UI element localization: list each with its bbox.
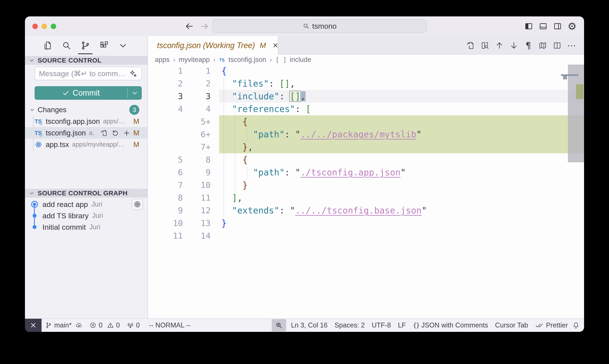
encoding-indicator[interactable]: UTF-8 [368, 319, 394, 332]
forward-icon[interactable] [200, 22, 209, 31]
indentation-indicator[interactable]: Spaces: 2 [331, 319, 368, 332]
zoom-indicator[interactable] [272, 319, 286, 331]
arrow-up-icon [495, 41, 504, 50]
changes-file-row[interactable]: tsconfig.jsona…M [25, 127, 147, 139]
eol-indicator[interactable]: LF [394, 319, 409, 332]
activity-more-button[interactable] [118, 40, 128, 51]
changes-group-header[interactable]: Changes 3 [25, 105, 147, 115]
code-line[interactable]: 44 "references": [ [148, 103, 584, 115]
changes-file-row[interactable]: tsconfig.app.jsonapps/m…M [25, 116, 147, 127]
code-token: "include" [232, 91, 279, 101]
open-file-icon[interactable] [100, 129, 108, 137]
editor-toolbar: ¶ ⋯ [466, 36, 576, 55]
code-lines: 11{22 "files": [],33 "include": [],44 "r… [148, 65, 584, 242]
braces-icon: {} [413, 322, 419, 329]
code-token: "path" [253, 167, 285, 177]
diff-editor[interactable]: 11{22 "files": [],33 "include": [],44 "r… [148, 65, 584, 318]
magnifier-plus-icon [275, 321, 283, 329]
discard-changes-icon[interactable] [112, 129, 119, 137]
formatter-indicator[interactable]: Prettier [531, 319, 571, 332]
code-line[interactable]: 811 ], [148, 191, 584, 204]
chevron-down-icon [29, 107, 35, 113]
commit-button[interactable]: Commit [35, 86, 142, 100]
editor-scrollbar[interactable] [568, 65, 584, 318]
cloud-upload-icon[interactable] [76, 322, 82, 329]
commit-button-main[interactable]: Commit [35, 88, 127, 98]
stage-changes-icon[interactable] [123, 129, 130, 137]
close-tab-icon[interactable]: ✕ [272, 41, 278, 50]
toggle-secondary-sidebar-button[interactable] [553, 21, 563, 31]
remote-indicator[interactable] [25, 319, 41, 332]
code-token: " [401, 167, 406, 177]
next-change-button[interactable] [509, 41, 518, 50]
notifications-bell-icon[interactable] [572, 322, 580, 329]
open-changes-button[interactable] [466, 41, 475, 50]
source-control-section-header[interactable]: SOURCE CONTROL [25, 56, 147, 65]
cursor-position-indicator[interactable]: Ln 3, Col 16 [287, 319, 331, 332]
activity-explorer-button[interactable] [42, 40, 53, 51]
overview-added-lines-marker [576, 84, 583, 99]
toggle-whitespace-button[interactable]: ¶ [524, 41, 533, 50]
sparkle-ai-icon[interactable] [129, 69, 137, 78]
back-icon[interactable] [185, 22, 194, 31]
activity-source-control-button[interactable] [80, 40, 91, 51]
status-bar: main* 0 0 0 -- NORMAL -- Ln 3, Col 16 Sp… [25, 318, 584, 332]
code-line[interactable]: 1013} [148, 217, 584, 230]
breadcrumb-item-apps[interactable]: apps [155, 56, 169, 64]
tab-tsconfig-working-tree[interactable]: tsconfig.json (Working Tree) M ✕ [148, 36, 278, 55]
breadcrumb-item-myviteapp[interactable]: myviteapp [179, 56, 209, 64]
gutter-modified-line-number: 4 [183, 103, 211, 115]
code-token [221, 91, 232, 101]
tab-mode-indicator[interactable]: Cursor Tab [492, 319, 531, 332]
code-line[interactable]: 69 "path": "./tsconfig.app.json" [148, 166, 584, 179]
activity-search-button[interactable] [61, 40, 72, 51]
minimize-window-button[interactable] [41, 24, 47, 29]
code-line[interactable]: 7+ }, [148, 141, 584, 153]
previous-change-button[interactable] [495, 41, 504, 50]
toggle-primary-sidebar-button[interactable] [524, 21, 534, 31]
commit-dot-icon [30, 211, 39, 220]
graph-commit-row[interactable]: add TS libraryJuri [25, 210, 147, 221]
commit-dropdown-button[interactable] [128, 89, 142, 97]
chevron-down-icon [29, 190, 35, 196]
code-token: "files" [232, 78, 269, 89]
scrollbar-slider[interactable] [568, 65, 584, 162]
code-line[interactable]: 33 "include": [], [148, 90, 584, 103]
settings-gear-icon[interactable]: ⚙ [567, 21, 577, 31]
changes-file-row[interactable]: app.tsxapps/myviteapp/sr…M [25, 139, 147, 150]
more-actions-button[interactable]: ⋯ [567, 41, 576, 50]
tab-modified-badge: M [260, 41, 266, 50]
code-line[interactable]: 6+ "path": "../../packages/mytslib" [148, 128, 584, 141]
code-line[interactable]: 58 { [148, 153, 584, 166]
branch-indicator[interactable]: main* [41, 319, 86, 332]
activity-extensions-button[interactable] [99, 40, 109, 51]
code-line[interactable]: 912 "extends": "../../tsconfig.base.json… [148, 204, 584, 217]
code-line[interactable]: 5+ { [148, 115, 584, 128]
maximize-window-button[interactable] [51, 24, 56, 29]
gutter-modified-line-number: 5+ [183, 115, 211, 128]
commit-message-input[interactable]: Message (⌘↵ to comm… [35, 67, 142, 80]
code-line[interactable]: 22 "files": [], [148, 77, 584, 90]
source-control-graph-header[interactable]: SOURCE CONTROL GRAPH [25, 189, 147, 197]
close-window-button[interactable] [32, 24, 38, 29]
command-center-search[interactable]: tsmono [212, 19, 427, 33]
inline-view-button[interactable] [480, 41, 490, 50]
graph-commit-row[interactable]: Initial commitJuri [25, 221, 147, 233]
ports-indicator[interactable]: 0 [123, 319, 143, 332]
toggle-panel-button[interactable] [538, 21, 548, 31]
split-editor-button[interactable] [553, 41, 562, 50]
gutter-original-line-number: 2 [148, 77, 183, 90]
graph-commit-row[interactable]: add react appJuri [25, 199, 147, 210]
language-mode-indicator[interactable]: {} JSON with Comments [409, 319, 492, 332]
checkout-commit-button[interactable] [132, 199, 143, 210]
code-line[interactable]: 1114 [148, 230, 584, 242]
code-token: ../../packages/mytslib [300, 129, 416, 139]
gutter-modified-line-number: 13 [183, 217, 211, 230]
breadcrumb-item-include[interactable]: include [290, 56, 311, 64]
code-line[interactable]: 11{ [148, 65, 584, 77]
minimap-button[interactable] [538, 41, 547, 50]
breadcrumb-item-tsconfig[interactable]: tsconfig.json [229, 56, 266, 64]
breadcrumb-separator: › [270, 56, 272, 64]
code-line[interactable]: 710 } [148, 179, 584, 191]
problems-indicator[interactable]: 0 0 [86, 319, 123, 332]
